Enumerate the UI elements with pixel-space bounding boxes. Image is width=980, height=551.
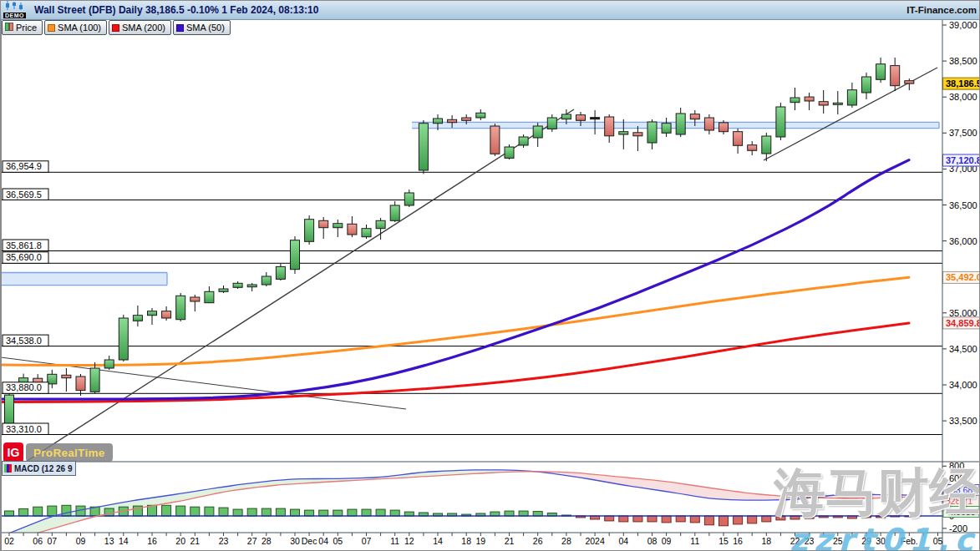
- macd-hist-bar: [62, 505, 71, 516]
- legend-item-sma200[interactable]: SMA (200): [109, 20, 171, 35]
- chart-header: DEMO Wall Street (DFB) Daily 38,186.5 -0…: [1, 1, 980, 20]
- macd-hist-bar: [205, 507, 214, 516]
- svg-text:18: 18: [461, 536, 471, 546]
- candlestick-logo-icon: [4, 1, 24, 11]
- macd-hist-bar: [662, 516, 671, 523]
- candle: [176, 296, 185, 319]
- svg-text:28: 28: [262, 536, 272, 546]
- candle: [190, 297, 200, 301]
- sma100-swatch-icon: [48, 24, 55, 32]
- macd-hist-bar: [505, 511, 514, 516]
- svg-text:2024: 2024: [585, 536, 605, 546]
- candle: [561, 114, 571, 119]
- broker-link[interactable]: IT-Finance.com: [906, 5, 977, 15]
- macd-hist-bar: [305, 510, 314, 516]
- legend-item-sma50[interactable]: SMA (50): [173, 20, 231, 35]
- svg-text:34,538.0: 34,538.0: [6, 336, 42, 346]
- candle: [233, 283, 242, 287]
- svg-text:35,000: 35,000: [949, 308, 977, 318]
- svg-text:-4.9685: -4.9685: [946, 507, 976, 517]
- candle: [676, 114, 685, 134]
- candle: [876, 64, 886, 80]
- macd-hist-bar: [48, 506, 57, 516]
- candle: [319, 220, 328, 227]
- candle: [591, 118, 600, 119]
- candle: [734, 132, 743, 146]
- svg-text:30: 30: [876, 536, 886, 546]
- svg-text:36,569.5: 36,569.5: [6, 190, 42, 200]
- svg-text:05: 05: [333, 536, 343, 546]
- svg-text:18: 18: [761, 536, 771, 546]
- candle: [404, 193, 414, 205]
- price-badge: 34,859.8: [943, 317, 980, 329]
- svg-text:37,500: 37,500: [949, 128, 977, 138]
- left-band: [1, 273, 167, 286]
- candle: [605, 117, 614, 136]
- legend-item-price[interactable]: Price: [2, 20, 43, 35]
- candle: [719, 123, 729, 132]
- svg-text:13: 13: [104, 536, 114, 546]
- svg-text:04: 04: [318, 536, 328, 546]
- svg-text:36,500: 36,500: [949, 200, 977, 210]
- macd-hist-bar: [676, 516, 685, 522]
- candle: [547, 118, 556, 129]
- macd-hist-bar: [319, 510, 328, 516]
- svg-text:333.68: 333.68: [946, 485, 972, 495]
- svg-text:15: 15: [718, 536, 729, 546]
- macd-hist-bar: [390, 510, 399, 516]
- candle: [819, 102, 828, 105]
- macd-hist-bar: [262, 508, 271, 516]
- candle: [291, 240, 300, 270]
- macd-hist-bar: [633, 516, 642, 522]
- svg-text:-200: -200: [949, 523, 967, 533]
- candle: [847, 90, 856, 105]
- svg-text:800: 800: [949, 461, 964, 471]
- svg-text:16: 16: [147, 536, 157, 546]
- macd-hist-bar: [748, 516, 757, 523]
- svg-text:34,500: 34,500: [949, 344, 977, 354]
- instrument-title: Wall Street (DFB) Daily 38,186.5 -0.10% …: [34, 4, 318, 16]
- svg-text:25: 25: [833, 536, 843, 546]
- svg-text:28: 28: [561, 536, 571, 546]
- macd-hist-bar: [719, 516, 729, 526]
- level-label: 36,569.5: [3, 189, 48, 200]
- price-icon: [5, 23, 13, 33]
- macd-hist-bar: [162, 505, 171, 516]
- svg-text:39,000: 39,000: [949, 20, 977, 30]
- candle: [262, 276, 271, 285]
- svg-text:09: 09: [76, 536, 86, 546]
- chart-legend: Price SMA (100) SMA (200) SMA (50): [2, 20, 231, 35]
- svg-text:11: 11: [390, 536, 399, 546]
- candle: [790, 98, 800, 103]
- legend-item-sma100[interactable]: SMA (100): [44, 20, 107, 35]
- candle: [448, 119, 457, 122]
- macd-hist-bar: [5, 511, 14, 516]
- candle: [662, 124, 671, 134]
- macd-hist-bar: [348, 509, 357, 516]
- macd-indicator-label[interactable]: MACD (12 26 9: [2, 461, 76, 476]
- level-label: 36,954.9: [3, 161, 48, 173]
- svg-text:35,861.8: 35,861.8: [6, 240, 42, 250]
- svg-text:02: 02: [4, 536, 14, 546]
- svg-text:35,690.0: 35,690.0: [6, 252, 42, 262]
- macd-hist-bar: [762, 516, 771, 522]
- macd-icon: [4, 464, 12, 473]
- macd-hist-bar: [291, 509, 300, 516]
- svg-text:34,000: 34,000: [949, 380, 977, 390]
- prorealtime-label: ProRealTime: [26, 443, 113, 462]
- candle: [419, 124, 428, 170]
- macd-hist-bar: [219, 508, 228, 516]
- level-label: 35,861.8: [3, 240, 48, 251]
- svg-text:26: 26: [533, 536, 543, 546]
- sma50-swatch-icon: [176, 24, 184, 32]
- svg-text:22: 22: [790, 536, 800, 546]
- price-chart-canvas[interactable]: 36,954.9 36,569.5 35,861.8 35,690.0 34,5…: [1, 1, 980, 551]
- svg-text:14: 14: [433, 536, 443, 546]
- candle: [490, 126, 500, 154]
- svg-text:12: 12: [404, 536, 414, 546]
- candle: [576, 115, 586, 121]
- svg-text:20: 20: [175, 536, 185, 546]
- svg-text:328.71: 328.71: [946, 496, 972, 506]
- candle: [333, 224, 343, 228]
- candle: [90, 368, 99, 392]
